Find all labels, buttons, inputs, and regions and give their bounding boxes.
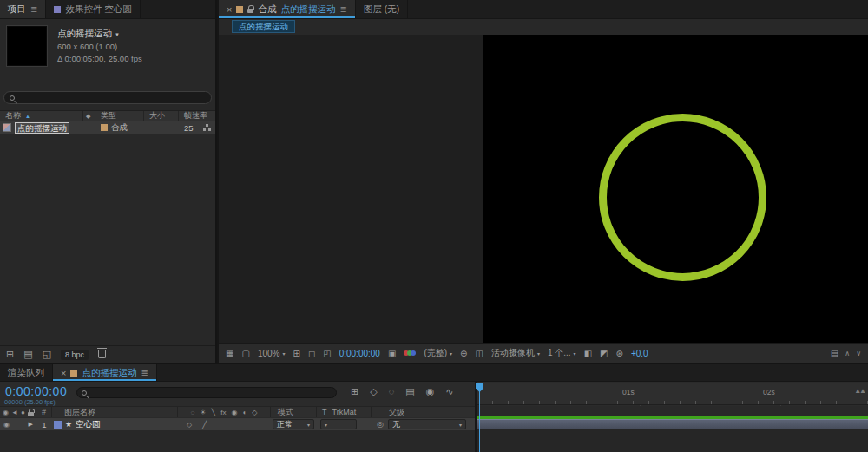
item-name[interactable]: 点的摇摆运动 <box>15 122 69 134</box>
lock-icon[interactable] <box>247 9 253 13</box>
composition-panel: × 合成 点的摇摆运动 ≣ 图层 (无) 点的摇摆运动 ▦ ▢ 100% <box>219 0 868 363</box>
layer-mode-cell: 正常 ▾ <box>271 419 317 429</box>
snapshot-icon[interactable]: ▦ <box>226 349 233 358</box>
mode-select[interactable]: 正常 ▾ <box>273 419 314 429</box>
column-type-label: 类型 <box>101 110 116 121</box>
timeline-zoom-icon[interactable]: ▲▲ <box>854 387 865 395</box>
column-t-label: T <box>322 408 327 416</box>
trkmat-select[interactable]: ▾ <box>320 419 357 429</box>
parent-select[interactable]: 无 ▾ <box>388 419 466 429</box>
tab-composition[interactable]: × 合成 点的摇摆运动 ≣ <box>219 0 356 18</box>
draft-3d-icon[interactable]: ◇ <box>370 386 377 397</box>
comp-toolbar: ▦ ▢ 100% ▾ ⊞ ◻ ◰ 0:00:00:00 ▣ (完整) ▾ ⊕ ◫… <box>219 343 868 363</box>
region-of-interest-icon[interactable]: ◰ <box>323 349 331 358</box>
pixel-aspect-icon[interactable]: ◧ <box>584 349 592 358</box>
motion-blur-column-icon: ◉ <box>232 409 238 416</box>
timeline-track-area[interactable] <box>477 429 868 452</box>
caret-down-icon[interactable]: ▼ <box>115 32 120 37</box>
comp-name[interactable]: 点的摇摆运动 ▼ <box>57 27 142 41</box>
column-mode[interactable]: 模式 <box>271 407 317 417</box>
mode-value: 正常 <box>277 419 293 430</box>
layer-duration-bar[interactable] <box>477 419 868 429</box>
column-name[interactable]: 名称 ▲ <box>0 111 83 121</box>
graph-editor-icon[interactable]: ∿ <box>445 386 453 397</box>
composition-viewport[interactable] <box>483 35 868 343</box>
new-folder-icon[interactable]: ▤ <box>23 349 32 360</box>
tab-layer[interactable]: 图层 (无) <box>356 0 408 18</box>
comp-type-icon <box>70 370 77 377</box>
quality-switch-icon[interactable]: ╱ <box>202 421 207 429</box>
close-icon[interactable]: × <box>61 368 66 378</box>
tab-project-label: 项目 <box>8 3 26 16</box>
column-tag[interactable]: ◆ <box>83 111 95 121</box>
timeline-columns-header: ◉ ◄ ● # 图层名称 ◌ ☀ ╲ fx ◉ ◐ ◇ 模式 <box>0 406 475 417</box>
column-size[interactable]: 大小 <box>144 111 179 121</box>
timeline-search[interactable] <box>76 387 337 398</box>
eye-icon[interactable]: ◉ <box>3 421 10 429</box>
layer-av-switches: ◉ ▶ <box>0 421 36 429</box>
column-trkmat[interactable]: T TrkMat <box>317 407 372 417</box>
column-layer-index: # <box>36 407 52 417</box>
tab-render-queue[interactable]: 渲染队列 <box>0 364 53 381</box>
bit-depth-button[interactable]: 8 bpc <box>61 350 89 360</box>
project-search[interactable] <box>3 91 212 104</box>
layer-name-cell[interactable]: ★ 空心圆 <box>52 419 178 430</box>
panel-menu-icon[interactable]: ≣ <box>339 4 346 14</box>
layer-label-color[interactable] <box>54 421 62 429</box>
pickwhip-icon[interactable]: ◎ <box>377 420 384 429</box>
timeline-button-icon[interactable]: ▤ <box>831 349 838 358</box>
hide-shy-layers-icon[interactable]: ◌ <box>389 386 395 397</box>
project-bins-icon[interactable]: ⊞ <box>6 349 14 360</box>
chevron-up-icon[interactable]: ∧ <box>845 350 850 357</box>
tab-project[interactable]: 项目 ≣ <box>0 0 46 18</box>
panel-icon <box>54 6 61 13</box>
chevron-down-icon[interactable]: ∨ <box>856 350 861 357</box>
column-name-label: 名称 <box>5 110 21 121</box>
comp-thumbnail[interactable] <box>7 26 47 66</box>
frame-blending-icon[interactable]: ▤ <box>405 386 414 397</box>
breadcrumb[interactable]: 点的摇摆运动 <box>232 20 295 33</box>
mask-visibility-icon[interactable]: ◻ <box>308 349 315 358</box>
magnification-select[interactable]: 100% ▾ <box>258 349 286 358</box>
close-icon[interactable]: × <box>227 4 232 15</box>
project-item-row[interactable]: 点的摇摆运动 合成 25 <box>0 121 215 134</box>
tab-timeline-comp[interactable]: × 点的摇摆运动 ≣ <box>53 364 157 381</box>
tab-composition-prefix: 合成 <box>258 3 276 16</box>
collapse-switch-icon[interactable]: ◇ <box>187 421 192 429</box>
comp-viewer <box>219 35 868 343</box>
channels-icon[interactable] <box>404 350 416 356</box>
chevron-down-icon: ▾ <box>450 350 452 357</box>
item-framerate-cell: 25 <box>179 123 214 133</box>
view-layout-select[interactable]: 1 个... ▾ <box>548 347 576 359</box>
project-search-input[interactable] <box>19 94 206 102</box>
comp-timecode[interactable]: 0:00:00:00 <box>339 349 380 358</box>
time-ruler[interactable]: 01s 02s ▲▲ <box>477 383 868 405</box>
tab-effect-controls[interactable]: 效果控件 空心圆 <box>46 0 140 18</box>
exposure-value[interactable]: +0.0 <box>631 349 648 358</box>
layer-row[interactable]: ◉ ▶ 1 ★ 空心圆 ◇ ╱ 正常 ▾ ▾ <box>0 417 475 430</box>
motion-blur-icon[interactable]: ◉ <box>426 386 435 397</box>
trash-icon[interactable] <box>98 350 106 358</box>
gear-icon[interactable]: ⊛ <box>616 349 623 358</box>
timeline-timecode[interactable]: 0:00:00:00 <box>5 384 67 398</box>
transparency-grid-icon[interactable]: ◫ <box>475 349 483 358</box>
panel-menu-icon[interactable]: ≣ <box>30 4 37 14</box>
resolution-select[interactable]: (完整) ▾ <box>424 347 452 359</box>
column-parent[interactable]: 父级 <box>372 407 475 417</box>
show-snapshot-icon[interactable]: ▢ <box>241 349 249 358</box>
timeline-search-input[interactable] <box>90 389 332 397</box>
layer-list-empty-area[interactable] <box>0 430 475 452</box>
comp-dimensions: 600 x 600 (1.00) <box>57 41 142 53</box>
twirl-icon[interactable]: ▶ <box>29 421 33 428</box>
camera-select[interactable]: 活动摄像机 ▾ <box>491 347 540 359</box>
target-icon[interactable]: ⊕ <box>460 349 467 358</box>
comp-mini-flowchart-icon[interactable]: ⊞ <box>351 386 358 397</box>
take-snapshot-icon[interactable]: ▣ <box>388 349 396 358</box>
column-type[interactable]: 类型 <box>95 111 144 121</box>
new-composition-icon[interactable]: ◱ <box>43 349 51 360</box>
panel-menu-icon[interactable]: ≣ <box>141 368 148 377</box>
column-layer-name[interactable]: 图层名称 <box>52 407 178 417</box>
column-framerate[interactable]: 帧速率 <box>179 111 214 121</box>
fast-preview-icon[interactable]: ◩ <box>600 349 608 358</box>
grid-guides-icon[interactable]: ⊞ <box>293 349 300 358</box>
